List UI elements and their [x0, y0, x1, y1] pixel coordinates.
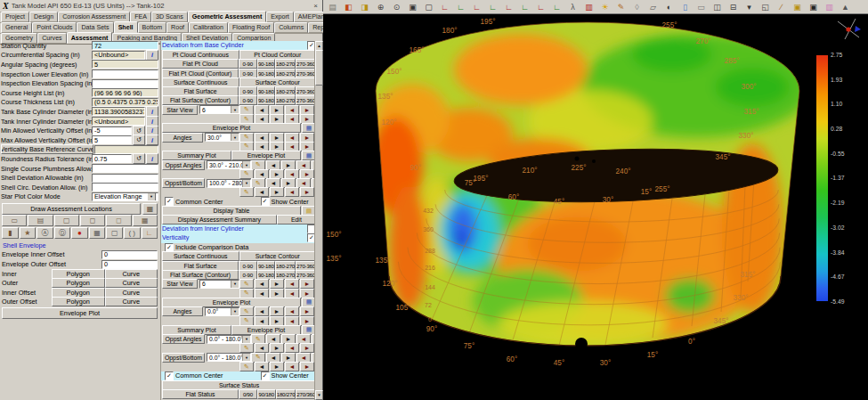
close-icon[interactable]: ×	[312, 2, 320, 10]
oppst-bottom-button[interactable]: Oppst/Bottom	[162, 353, 205, 363]
copy-view-icon[interactable]: ▱	[645, 1, 661, 12]
component-tab[interactable]: Calibration	[189, 22, 228, 33]
field-value[interactable]: 5	[92, 60, 158, 69]
component-tab[interactable]: Floating Roof	[228, 22, 274, 33]
view-quadrant-3-icon[interactable]: ◄	[285, 362, 299, 371]
polygon-button[interactable]: Polygon	[52, 269, 105, 279]
pane-blue-icon[interactable]: ▯	[677, 1, 693, 12]
select-crossing-icon[interactable]: ▢	[421, 1, 436, 12]
angles-select[interactable]: 0.0° ▼	[205, 307, 239, 316]
module-tab[interactable]: Project	[1, 12, 29, 22]
cylinder-icon[interactable]: ▢	[106, 227, 123, 239]
polygon-button[interactable]: Polygon	[52, 288, 105, 298]
curve-button[interactable]: Curve	[105, 288, 158, 298]
info-button[interactable]: i	[146, 135, 158, 145]
info-button[interactable]: i	[146, 153, 158, 164]
scroll-down-icon[interactable]: ▼	[315, 390, 323, 400]
field-value[interactable]: <Unbound>	[92, 51, 145, 60]
module-tab[interactable]: 3D Scans	[151, 12, 188, 22]
star-plot-icon[interactable]: ★	[20, 227, 37, 239]
chevron-down-icon[interactable]: ▼	[231, 281, 239, 288]
info-button[interactable]: i	[146, 50, 158, 61]
measure-icon[interactable]: ∕	[774, 1, 789, 12]
oppst-angles-select[interactable]: 0.0° - 180.0° ▼	[207, 335, 251, 344]
cylinder-dashed-icon[interactable]: ◻	[106, 215, 131, 226]
field-value[interactable]	[92, 183, 158, 192]
angles-select[interactable]: 30.0° ▼	[205, 133, 239, 142]
envelope-plot-button[interactable]: Envelope Plot	[2, 307, 158, 319]
chevron-down-icon[interactable]	[147, 192, 156, 201]
polygon-button[interactable]: Polygon	[52, 278, 105, 288]
view-quadrant-1-icon[interactable]: ◄	[255, 362, 269, 371]
offset-input[interactable]: 0	[101, 260, 158, 269]
chart-icon[interactable]: ▥	[581, 1, 596, 12]
chevron-down-icon[interactable]: ▼	[242, 354, 250, 361]
view-iso-sw-icon[interactable]: ∟	[549, 1, 564, 12]
oppst-angles-button[interactable]: Oppst Angles	[162, 160, 205, 170]
parentheses-icon[interactable]: ( )	[124, 227, 141, 239]
quadrant-button[interactable]: 90/180	[257, 389, 276, 399]
polygon-button[interactable]: Polygon	[52, 297, 105, 306]
quadrant-button[interactable]: 270/360	[296, 389, 316, 399]
field-value[interactable]: -5	[92, 127, 132, 135]
view-left-icon[interactable]: ∟	[469, 1, 484, 12]
quadrant-button[interactable]: 180/270	[276, 389, 296, 399]
layout-dropdown-icon[interactable]: ▾	[742, 1, 757, 12]
shell-envelope-link[interactable]: Shell Envelope	[0, 241, 159, 249]
component-tab[interactable]: Bottom	[138, 22, 166, 33]
eraser-icon[interactable]: ◊	[629, 1, 645, 12]
module-tab[interactable]: Design	[29, 12, 58, 22]
checkbox[interactable]: ✓	[165, 197, 174, 206]
chevron-down-icon[interactable]: ▼	[242, 180, 250, 187]
star-view-button[interactable]: Star View	[162, 279, 198, 289]
field-value[interactable]: 1138.390058323723	[92, 107, 145, 116]
camera-icon[interactable]: ▣	[790, 1, 805, 12]
quadrant-button[interactable]: 0/90	[239, 389, 257, 399]
light-icon[interactable]: ☀	[597, 1, 612, 12]
offset-input[interactable]: 0	[101, 250, 158, 259]
chevron-down-icon[interactable]: ▼	[242, 336, 250, 343]
show-center-check[interactable]: ✓ Show Center	[261, 197, 309, 206]
edit-curve-icon[interactable]: ✎	[239, 187, 254, 197]
edit-button[interactable]: Edit	[277, 215, 316, 224]
view-top-icon[interactable]: ∟	[501, 1, 516, 12]
display-assessment-summary-button[interactable]: Display Assessment Summary	[162, 215, 277, 224]
oppst-bottom-button[interactable]: Oppst/Bottom	[162, 178, 205, 188]
scrollbar-thumb[interactable]	[315, 50, 323, 86]
star-view-select[interactable]: 6 ▼	[199, 105, 239, 114]
curve-button[interactable]: Curve	[105, 278, 158, 288]
view-bottom-icon[interactable]: ∟	[517, 1, 532, 12]
edit-curve-icon[interactable]: ✎	[239, 362, 254, 371]
module-tab[interactable]: Geometric Assessment	[188, 11, 267, 22]
view-quadrant-2-icon[interactable]: ►	[270, 187, 284, 197]
view-quadrant-4-icon[interactable]: ►	[300, 187, 314, 197]
color-scale-alt-icon[interactable]: ◨	[357, 1, 372, 12]
checkbox[interactable]: ✓	[261, 371, 270, 380]
show-center-check[interactable]: ✓ Show Center	[261, 371, 309, 380]
vertical-scrollbar[interactable]: ▲ ▼	[314, 41, 322, 400]
base-cylinder-label[interactable]: Deviation from Base Cylinder	[162, 42, 307, 49]
zoom-window-icon[interactable]: ⊙	[389, 1, 404, 12]
zoom-region-icon[interactable]: ◱	[758, 1, 773, 12]
checkbox[interactable]: ✓	[261, 197, 270, 206]
field-value[interactable]: 0.75	[92, 154, 132, 163]
curve-button[interactable]: Curve	[105, 269, 158, 279]
pane-icon[interactable]: ▭	[694, 1, 709, 12]
grid-icon[interactable]: ▦	[89, 227, 106, 239]
common-center-check[interactable]: ✓ Common Center	[165, 197, 223, 206]
chevron-down-icon[interactable]: ▼	[231, 134, 239, 141]
view-quadrant-1-icon[interactable]: ◄	[255, 187, 269, 197]
view-right-icon[interactable]: ∟	[485, 1, 500, 12]
field-value[interactable]: <Unbound>	[92, 117, 145, 126]
component-tab[interactable]: General	[1, 22, 32, 33]
field-value[interactable]: 72	[92, 41, 158, 50]
split-horizontal-icon[interactable]: ◫	[710, 1, 725, 12]
chevron-down-icon[interactable]: ▼	[231, 308, 239, 315]
field-value[interactable]: (96 96 96 96 96)	[92, 88, 158, 97]
view-front-icon[interactable]: ∟	[437, 1, 452, 12]
field-value[interactable]	[94, 145, 158, 154]
oppst-angles-select[interactable]: 30.0° - 210.0 ▼	[207, 160, 251, 169]
undo-button[interactable]: ↺	[133, 135, 145, 145]
draw-assessment-locations-button[interactable]: Draw Assessment Locations	[2, 203, 141, 215]
pencil-icon[interactable]: ✎	[613, 1, 629, 12]
